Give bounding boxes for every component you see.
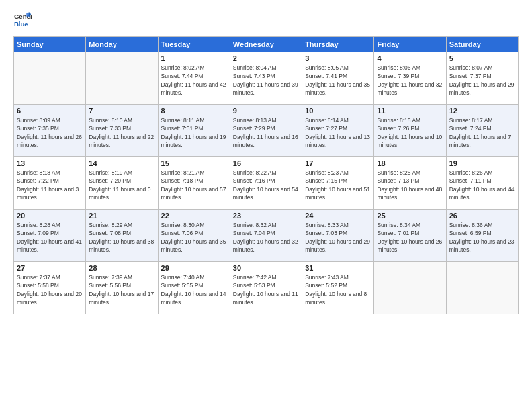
- day-info: Sunrise: 7:40 AM Sunset: 5:55 PM Dayligh…: [161, 273, 227, 306]
- day-number: 25: [377, 212, 443, 220]
- day-cell: 24Sunrise: 8:33 AM Sunset: 7:03 PM Dayli…: [302, 210, 374, 262]
- weekday-saturday: Saturday: [446, 37, 518, 52]
- day-cell: 17Sunrise: 8:23 AM Sunset: 7:15 PM Dayli…: [302, 157, 374, 210]
- day-info: Sunrise: 8:17 AM Sunset: 7:24 PM Dayligh…: [449, 116, 515, 149]
- day-number: 7: [89, 107, 154, 115]
- day-number: 5: [449, 54, 515, 62]
- day-info: Sunrise: 8:04 AM Sunset: 7:43 PM Dayligh…: [233, 64, 299, 97]
- logo-icon: General Blue: [13, 11, 32, 30]
- day-info: Sunrise: 8:07 AM Sunset: 7:37 PM Dayligh…: [449, 64, 515, 97]
- day-number: 16: [233, 159, 299, 167]
- day-info: Sunrise: 8:22 AM Sunset: 7:16 PM Dayligh…: [233, 169, 299, 201]
- day-info: Sunrise: 8:09 AM Sunset: 7:35 PM Dayligh…: [17, 116, 83, 149]
- logo: General Blue: [13, 11, 35, 30]
- week-row-3: 13Sunrise: 8:18 AM Sunset: 7:22 PM Dayli…: [14, 157, 519, 210]
- day-cell: 31Sunrise: 7:43 AM Sunset: 5:52 PM Dayli…: [302, 262, 374, 314]
- day-info: Sunrise: 8:36 AM Sunset: 6:59 PM Dayligh…: [449, 221, 515, 254]
- calendar-table: SundayMondayTuesdayWednesdayThursdayFrid…: [13, 36, 519, 314]
- day-cell: 10Sunrise: 8:14 AM Sunset: 7:27 PM Dayli…: [302, 105, 374, 157]
- day-info: Sunrise: 8:30 AM Sunset: 7:06 PM Dayligh…: [161, 221, 227, 254]
- day-cell: 13Sunrise: 8:18 AM Sunset: 7:22 PM Dayli…: [14, 157, 86, 210]
- day-cell: 14Sunrise: 8:19 AM Sunset: 7:20 PM Dayli…: [86, 157, 158, 210]
- day-cell: [374, 262, 446, 314]
- day-cell: 8Sunrise: 8:11 AM Sunset: 7:31 PM Daylig…: [158, 105, 230, 157]
- day-info: Sunrise: 8:29 AM Sunset: 7:08 PM Dayligh…: [89, 221, 154, 254]
- day-number: 29: [161, 264, 227, 272]
- day-cell: 3Sunrise: 8:05 AM Sunset: 7:41 PM Daylig…: [302, 52, 374, 105]
- calendar-page: General Blue SundayMondayTuesdayWednesda…: [0, 0, 532, 411]
- day-info: Sunrise: 8:14 AM Sunset: 7:27 PM Dayligh…: [305, 116, 371, 149]
- day-number: 6: [17, 107, 83, 115]
- day-info: Sunrise: 8:06 AM Sunset: 7:39 PM Dayligh…: [377, 64, 443, 97]
- week-row-5: 27Sunrise: 7:37 AM Sunset: 5:58 PM Dayli…: [14, 262, 519, 314]
- weekday-friday: Friday: [374, 37, 446, 52]
- day-info: Sunrise: 8:23 AM Sunset: 7:15 PM Dayligh…: [305, 169, 371, 201]
- day-cell: 11Sunrise: 8:15 AM Sunset: 7:26 PM Dayli…: [374, 105, 446, 157]
- weekday-wednesday: Wednesday: [230, 37, 302, 52]
- day-cell: 15Sunrise: 8:21 AM Sunset: 7:18 PM Dayli…: [158, 157, 230, 210]
- day-number: 11: [377, 107, 443, 115]
- day-number: 28: [89, 264, 154, 272]
- day-number: 23: [233, 212, 299, 220]
- day-number: 19: [449, 159, 515, 167]
- day-number: 10: [305, 107, 371, 115]
- day-cell: 29Sunrise: 7:40 AM Sunset: 5:55 PM Dayli…: [158, 262, 230, 314]
- weekday-sunday: Sunday: [14, 37, 86, 52]
- day-cell: 2Sunrise: 8:04 AM Sunset: 7:43 PM Daylig…: [230, 52, 302, 105]
- day-info: Sunrise: 8:21 AM Sunset: 7:18 PM Dayligh…: [161, 169, 227, 201]
- day-cell: 30Sunrise: 7:42 AM Sunset: 5:53 PM Dayli…: [230, 262, 302, 314]
- day-cell: 25Sunrise: 8:34 AM Sunset: 7:01 PM Dayli…: [374, 210, 446, 262]
- day-number: 4: [377, 54, 443, 62]
- day-cell: 6Sunrise: 8:09 AM Sunset: 7:35 PM Daylig…: [14, 105, 86, 157]
- day-info: Sunrise: 8:25 AM Sunset: 7:13 PM Dayligh…: [377, 169, 443, 201]
- week-row-1: 1Sunrise: 8:02 AM Sunset: 7:44 PM Daylig…: [14, 52, 519, 105]
- day-cell: 5Sunrise: 8:07 AM Sunset: 7:37 PM Daylig…: [446, 52, 518, 105]
- week-row-2: 6Sunrise: 8:09 AM Sunset: 7:35 PM Daylig…: [14, 105, 519, 157]
- day-info: Sunrise: 8:11 AM Sunset: 7:31 PM Dayligh…: [161, 116, 227, 149]
- day-number: 21: [89, 212, 154, 220]
- day-cell: 20Sunrise: 8:28 AM Sunset: 7:09 PM Dayli…: [14, 210, 86, 262]
- day-info: Sunrise: 7:37 AM Sunset: 5:58 PM Dayligh…: [17, 273, 83, 306]
- day-number: 27: [17, 264, 83, 272]
- day-info: Sunrise: 8:10 AM Sunset: 7:33 PM Dayligh…: [89, 116, 154, 149]
- day-info: Sunrise: 8:19 AM Sunset: 7:20 PM Dayligh…: [89, 169, 154, 201]
- day-cell: [14, 52, 86, 105]
- weekday-tuesday: Tuesday: [158, 37, 230, 52]
- day-cell: [446, 262, 518, 314]
- day-number: 14: [89, 159, 154, 167]
- day-number: 31: [305, 264, 371, 272]
- week-row-4: 20Sunrise: 8:28 AM Sunset: 7:09 PM Dayli…: [14, 210, 519, 262]
- day-cell: 1Sunrise: 8:02 AM Sunset: 7:44 PM Daylig…: [158, 52, 230, 105]
- day-cell: 26Sunrise: 8:36 AM Sunset: 6:59 PM Dayli…: [446, 210, 518, 262]
- day-info: Sunrise: 8:18 AM Sunset: 7:22 PM Dayligh…: [17, 169, 83, 201]
- day-number: 18: [377, 159, 443, 167]
- day-number: 24: [305, 212, 371, 220]
- day-info: Sunrise: 8:28 AM Sunset: 7:09 PM Dayligh…: [17, 221, 83, 254]
- day-number: 17: [305, 159, 371, 167]
- weekday-monday: Monday: [86, 37, 158, 52]
- day-cell: 7Sunrise: 8:10 AM Sunset: 7:33 PM Daylig…: [86, 105, 158, 157]
- day-number: 9: [233, 107, 299, 115]
- svg-text:Blue: Blue: [14, 20, 28, 28]
- day-info: Sunrise: 8:05 AM Sunset: 7:41 PM Dayligh…: [305, 64, 371, 97]
- day-cell: 27Sunrise: 7:37 AM Sunset: 5:58 PM Dayli…: [14, 262, 86, 314]
- day-cell: 9Sunrise: 8:13 AM Sunset: 7:29 PM Daylig…: [230, 105, 302, 157]
- day-cell: 19Sunrise: 8:26 AM Sunset: 7:11 PM Dayli…: [446, 157, 518, 210]
- day-cell: 18Sunrise: 8:25 AM Sunset: 7:13 PM Dayli…: [374, 157, 446, 210]
- day-cell: 22Sunrise: 8:30 AM Sunset: 7:06 PM Dayli…: [158, 210, 230, 262]
- day-number: 30: [233, 264, 299, 272]
- day-number: 15: [161, 159, 227, 167]
- day-cell: 12Sunrise: 8:17 AM Sunset: 7:24 PM Dayli…: [446, 105, 518, 157]
- weekday-header-row: SundayMondayTuesdayWednesdayThursdayFrid…: [14, 37, 519, 52]
- weekday-thursday: Thursday: [302, 37, 374, 52]
- day-number: 20: [17, 212, 83, 220]
- day-info: Sunrise: 7:39 AM Sunset: 5:56 PM Dayligh…: [89, 273, 154, 306]
- day-number: 12: [449, 107, 515, 115]
- day-number: 22: [161, 212, 227, 220]
- day-cell: 4Sunrise: 8:06 AM Sunset: 7:39 PM Daylig…: [374, 52, 446, 105]
- day-info: Sunrise: 7:42 AM Sunset: 5:53 PM Dayligh…: [233, 273, 299, 306]
- day-info: Sunrise: 8:32 AM Sunset: 7:04 PM Dayligh…: [233, 221, 299, 254]
- day-number: 13: [17, 159, 83, 167]
- day-number: 26: [449, 212, 515, 220]
- day-info: Sunrise: 8:26 AM Sunset: 7:11 PM Dayligh…: [449, 169, 515, 201]
